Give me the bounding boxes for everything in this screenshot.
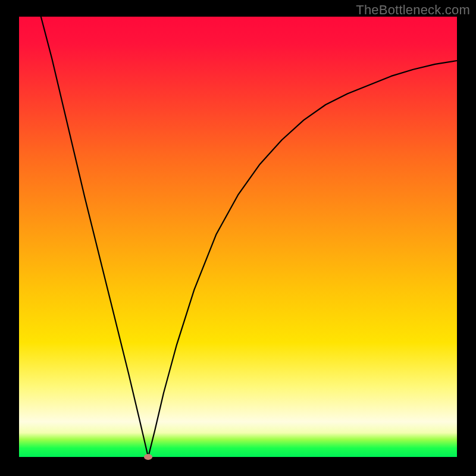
- watermark-text: TheBottleneck.com: [356, 2, 470, 18]
- bottleneck-curve: [19, 17, 457, 457]
- optimal-point-marker: [144, 454, 152, 460]
- plot-area: [19, 17, 457, 457]
- chart-frame: TheBottleneck.com: [0, 0, 476, 476]
- curve-path: [41, 17, 457, 457]
